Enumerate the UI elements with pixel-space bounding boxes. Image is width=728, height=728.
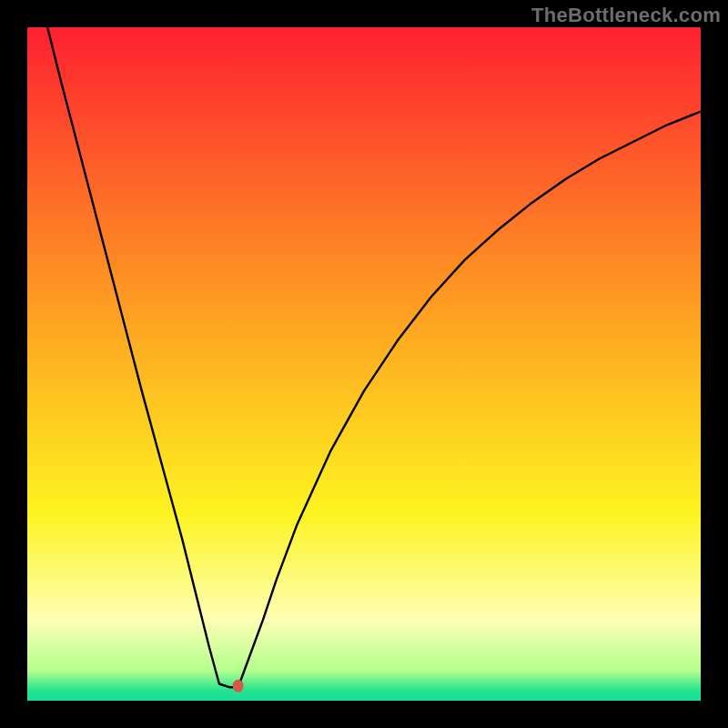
watermark-text: TheBottleneck.com bbox=[531, 4, 721, 27]
bottleneck-curve bbox=[47, 27, 701, 687]
optimal-point-marker bbox=[233, 680, 244, 693]
curve-layer bbox=[27, 27, 701, 701]
chart-frame: TheBottleneck.com bbox=[0, 0, 728, 728]
plot-area bbox=[27, 27, 701, 701]
